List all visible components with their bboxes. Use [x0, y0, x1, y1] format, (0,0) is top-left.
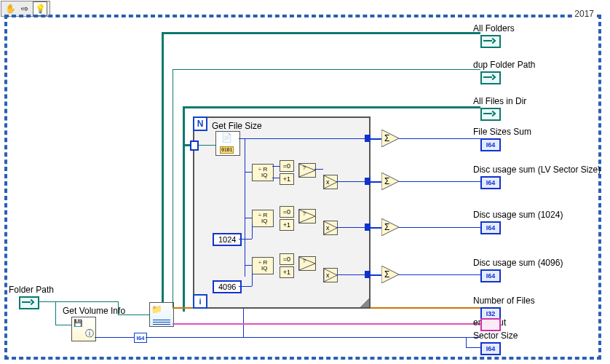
select-2-icon[interactable]: ? [298, 209, 316, 223]
auto-index-tunnel-in[interactable] [190, 141, 199, 151]
w-sector-to-ind [466, 347, 480, 348]
sum-array-row2-icon[interactable]: Σ [381, 218, 399, 236]
disc-usage-lv-indicator[interactable]: I64 [480, 176, 501, 189]
w-r1-a [272, 166, 280, 167]
sum-array-row3-icon[interactable]: Σ [381, 266, 399, 283]
wire-all-files-h [183, 106, 480, 108]
svg-text:?: ? [303, 165, 306, 170]
pan-tool-icon[interactable]: ✋ [4, 2, 17, 15]
wire-all-folders-v [162, 32, 164, 302]
tunnel-row2[interactable] [365, 223, 371, 231]
error-out-indicator[interactable] [480, 318, 501, 331]
wire-sector-1 [95, 337, 134, 338]
constant-1024[interactable]: 1024 [213, 233, 242, 246]
w-1024 [239, 239, 252, 240]
equal-zero-2-icon[interactable]: =0 [280, 206, 294, 218]
all-folders-indicator[interactable] [480, 35, 501, 48]
tunnel-row3[interactable] [365, 271, 371, 278]
all-folders-label: All Folders [473, 23, 515, 33]
get-volume-info-vi-icon[interactable] [71, 317, 96, 341]
multiply-2-icon[interactable]: x [323, 221, 338, 235]
all-files-in-dir-indicator[interactable] [480, 108, 501, 121]
disc-usage-4096-indicator[interactable]: I64 [480, 269, 501, 282]
quotient-remainder-3-icon[interactable]: ÷ R IQ [252, 257, 274, 274]
w-arr4 [371, 274, 381, 276]
wire-all-files-v [183, 106, 185, 312]
w-r2-out [336, 227, 368, 228]
svg-text:Σ: Σ [384, 176, 389, 186]
folder-path-label: Folder Path [9, 285, 54, 295]
all-files-in-dir-label: All Files in Dir [473, 96, 526, 106]
increment-2-icon[interactable]: +1 [280, 219, 294, 231]
w-sector-drop [466, 337, 467, 347]
wire-filesize-v [245, 138, 245, 277]
arrow-tool-icon[interactable]: ⇨ [18, 2, 31, 15]
tunnel-filesize[interactable] [365, 135, 371, 142]
svg-text:Σ: Σ [384, 222, 389, 232]
to-i64-node-icon[interactable]: I64 [134, 333, 147, 343]
wire-folder-to-gvi-v [55, 301, 56, 325]
equal-zero-1-icon[interactable]: =0 [280, 160, 294, 172]
w-4096v [252, 271, 253, 286]
w-1024v [252, 223, 253, 239]
number-of-files-label: Number of Files [473, 296, 535, 306]
select-1-icon[interactable]: ? [298, 163, 316, 178]
wire-folder-to-list [118, 314, 149, 315]
quotient-remainder-2-icon[interactable]: ÷ R IQ [252, 210, 274, 227]
sector-size-indicator[interactable]: I64 [480, 342, 501, 355]
wire-all-folders-h [162, 32, 480, 34]
diagram-border-right [598, 15, 601, 360]
wire-error-out [173, 323, 480, 325]
wire-sector-2 [146, 337, 480, 338]
svg-marker-8 [299, 257, 315, 270]
w-arr1 [371, 138, 381, 140]
svg-text:?: ? [303, 211, 306, 216]
file-sizes-sum-label: File Sizes Sum [473, 127, 531, 137]
wire-file-in [199, 145, 215, 146]
wire-filesize-top [239, 138, 368, 139]
svg-text:Σ: Σ [384, 133, 389, 143]
folder-path-control[interactable] [19, 296, 39, 309]
constant-4096[interactable]: 4096 [213, 280, 242, 293]
disc-usage-4096-label: Disc usage sum (4096) [473, 258, 563, 268]
wire-folder-to-gvi-h [55, 325, 71, 325]
w-arr2 [371, 181, 381, 183]
w-r1-in [245, 172, 252, 173]
disc-usage-1024-indicator[interactable]: I64 [480, 221, 501, 234]
disc-usage-1024-label: Disc usage sum (1024) [473, 210, 563, 220]
w-4096 [239, 286, 252, 287]
for-loop-i-terminal[interactable]: i [193, 294, 207, 309]
multiply-3-icon[interactable]: x [323, 268, 338, 282]
w-sum3 [399, 227, 480, 228]
equal-zero-3-icon[interactable]: =0 [280, 253, 294, 265]
list-folder-vi-icon[interactable] [149, 302, 174, 327]
block-diagram-canvas[interactable]: { "meta": { "version": "2017" }, "toolba… [0, 0, 610, 364]
svg-marker-4 [299, 210, 315, 223]
wire-folder-path [39, 301, 118, 302]
dup-folder-path-indicator[interactable] [480, 71, 501, 84]
for-loop-resize-handle-icon[interactable] [360, 298, 369, 307]
diagram-border-top [4, 15, 601, 17]
sum-array-filesize-icon[interactable]: Σ [381, 130, 399, 147]
labview-version-label: 2017 [573, 9, 595, 19]
get-file-size-vi-icon[interactable] [215, 131, 240, 156]
w-r3-in [245, 265, 252, 266]
multiply-1-icon[interactable]: x [323, 175, 338, 189]
increment-1-icon[interactable]: +1 [280, 173, 294, 185]
sum-array-row1-icon[interactable]: Σ [381, 173, 399, 190]
get-volume-info-label: Get Volume Info [63, 306, 125, 316]
select-3-icon[interactable]: ? [298, 256, 316, 271]
w-sum1 [399, 138, 480, 139]
w-r3-out [336, 274, 368, 275]
w-r2-in [245, 218, 252, 218]
svg-text:?: ? [303, 258, 306, 264]
highlight-tool-icon[interactable]: 💡 [33, 1, 47, 16]
svg-text:Σ: Σ [384, 269, 389, 280]
increment-3-icon[interactable]: +1 [280, 266, 294, 278]
tunnel-row1[interactable] [365, 178, 371, 185]
quotient-remainder-1-icon[interactable]: ÷ R IQ [252, 164, 274, 181]
for-loop-n-terminal[interactable]: N [193, 116, 207, 131]
w-sum4 [399, 274, 480, 275]
wire-dup-path-h [173, 69, 480, 70]
file-sizes-sum-indicator[interactable]: I64 [480, 138, 501, 151]
